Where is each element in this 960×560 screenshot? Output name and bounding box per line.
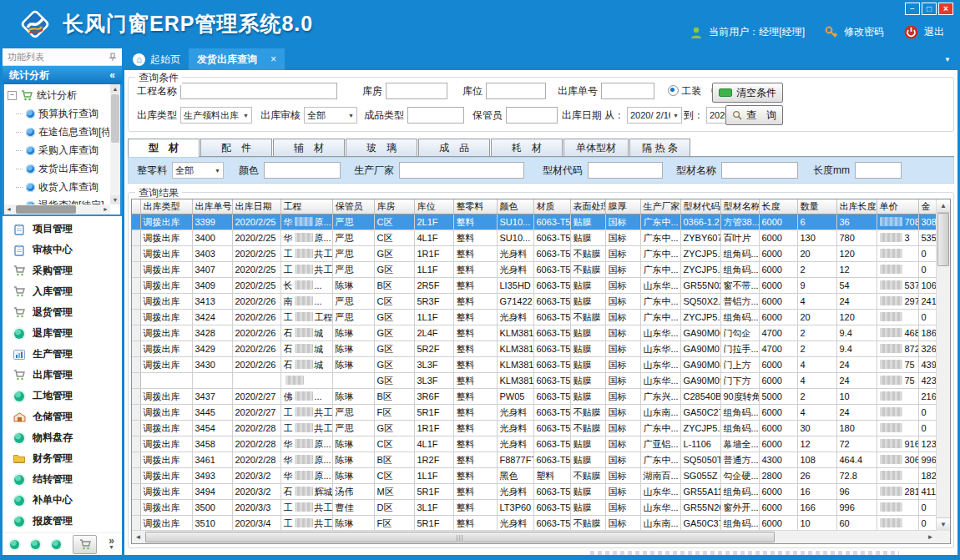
- search-button[interactable]: 查 询: [725, 105, 783, 125]
- grid-row[interactable]: 调拨出库34302020/2/26石城陈琳G区3L3F整料KLM38176063…: [132, 357, 951, 373]
- module-item-2[interactable]: 采购管理: [3, 260, 122, 281]
- module-item-3[interactable]: 入库管理: [3, 281, 122, 302]
- grid-column-header-6[interactable]: 库位: [414, 199, 453, 214]
- module-item-11[interactable]: 财务管理: [3, 448, 122, 469]
- profile-code-input[interactable]: [588, 162, 663, 179]
- manufacturer-input[interactable]: [399, 162, 524, 179]
- material-tab-3[interactable]: 玻 璃: [346, 139, 417, 156]
- tree-vertical-scrollbar[interactable]: ▲▼: [110, 84, 120, 204]
- grid-row[interactable]: 调拨出库34092020/2/25长...陈琳B区2R5F整料LI35HD606…: [132, 278, 951, 294]
- maximize-button[interactable]: □: [922, 3, 937, 15]
- close-button[interactable]: ×: [938, 3, 953, 15]
- tab-shipment-outbound-query[interactable]: 发货出库查询 ×: [189, 48, 285, 70]
- material-tab-1[interactable]: 配 件: [200, 139, 272, 156]
- material-tab-2[interactable]: 辅 材: [273, 139, 345, 156]
- tab-overflow-icon[interactable]: ▼: [944, 56, 951, 63]
- clear-conditions-button[interactable]: 清空条件: [712, 83, 783, 103]
- grid-row[interactable]: 调拨出库34372020/2/27佛...陈琳B区3R6F整料PW056063-…: [132, 389, 951, 405]
- grid-column-header-2[interactable]: 出库日期: [232, 199, 280, 214]
- grid-row[interactable]: 调拨出库34282020/2/26石城陈琳G区2L4F整料KLM38176063…: [132, 325, 951, 341]
- grid-row[interactable]: 调拨出库34932020/3/2华原...陈琳C区1L1F整料黑色塑料不贴膜国标…: [132, 468, 951, 484]
- length-input[interactable]: [855, 162, 902, 179]
- pin-icon[interactable]: [109, 53, 117, 62]
- module-item-1[interactable]: 审核中心: [3, 240, 122, 260]
- tree-horizontal-scrollbar[interactable]: ◄►: [4, 204, 110, 214]
- grid-column-header-5[interactable]: 库房: [374, 199, 414, 214]
- grid-row[interactable]: 调拨出库34542020/2/28工共工程严思G区1R1F整料光身料6063-T…: [132, 421, 951, 436]
- grid-column-header-16[interactable]: 数量: [797, 199, 836, 214]
- module-item-14[interactable]: 报废管理: [3, 511, 122, 532]
- tree-root-statistics[interactable]: − 统计分析: [8, 86, 109, 104]
- tree-item-3[interactable]: 发货出库查询: [8, 159, 109, 178]
- tree-item-1[interactable]: 在途信息查询[待: [8, 123, 109, 141]
- radio-gongzhuang[interactable]: 工装: [668, 84, 701, 98]
- module-item-4[interactable]: 退货管理: [3, 302, 122, 323]
- module-item-7[interactable]: 出库管理: [3, 365, 122, 386]
- material-tab-7[interactable]: 隔 热 条: [629, 139, 690, 156]
- module-item-8[interactable]: 工地管理: [3, 386, 122, 406]
- grid-row[interactable]: G区3L3F整料KLM38176063-T5贴膜国标山东华...GA90M09.…: [132, 373, 951, 389]
- logout-link[interactable]: 退出: [924, 25, 944, 39]
- material-tab-6[interactable]: 单体型材: [563, 139, 629, 156]
- module-item-5[interactable]: 退库管理: [3, 323, 122, 344]
- grid-column-header-10[interactable]: 表面处理: [570, 199, 605, 214]
- location-input[interactable]: [486, 83, 546, 99]
- profile-name-input[interactable]: [721, 162, 798, 179]
- tree-item-0[interactable]: 预算执行查询: [8, 104, 109, 123]
- order-no-input[interactable]: [601, 83, 654, 99]
- tree-item-2[interactable]: 采购入库查询: [8, 141, 109, 159]
- grid-row[interactable]: 调拨出库34132020/2/26南...严思C区5R3F整料G71422606…: [132, 294, 951, 310]
- grid-column-header-13[interactable]: 型材代码: [680, 199, 720, 214]
- grid-column-header-18[interactable]: 单价: [877, 199, 918, 214]
- dot-icon[interactable]: [52, 540, 61, 549]
- grid-column-header-0[interactable]: 出库类型: [140, 199, 192, 214]
- grid-row[interactable]: 调拨出库35002020/3/3工共工程曹佳D区3L1F整料LT3P606063…: [132, 500, 951, 516]
- material-tab-5[interactable]: 耗 材: [491, 139, 563, 156]
- grid-column-header-17[interactable]: 出库长度: [836, 199, 877, 214]
- tree-item-4[interactable]: 收货入库查询: [8, 178, 109, 196]
- collapse-icon[interactable]: «: [109, 69, 115, 81]
- grid-column-header-1[interactable]: 出库单号: [192, 199, 232, 214]
- more-modules-button[interactable]: »▼: [109, 537, 114, 551]
- material-tab-0[interactable]: 型 材: [128, 139, 200, 157]
- module-item-6[interactable]: 生产管理: [3, 344, 122, 365]
- grid-column-header-4[interactable]: 保管员: [332, 199, 374, 214]
- warehouse-input[interactable]: [386, 83, 447, 99]
- grid-column-header-7[interactable]: 整零料: [453, 199, 497, 214]
- keeper-input[interactable]: [506, 107, 558, 124]
- grid-row[interactable]: 调拨出库34452020/2/27工共工程严思F区5R1F整料光身料6063-T…: [132, 405, 951, 421]
- grid-column-header-8[interactable]: 颜色: [497, 199, 533, 214]
- grid-row[interactable]: 调拨出库34582020/2/28华原...陈琳C区4L1F整料光身料6063-…: [132, 436, 951, 452]
- grid-horizontal-scrollbar[interactable]: ◄|||►: [132, 530, 937, 543]
- whole-part-select[interactable]: 全部▼: [172, 162, 224, 179]
- statistics-shortcut-button[interactable]: [73, 535, 97, 554]
- tree-expander-icon[interactable]: −: [8, 91, 17, 100]
- module-item-10[interactable]: 物料盘存: [3, 427, 122, 448]
- material-tab-4[interactable]: 成 品: [418, 139, 490, 156]
- outbound-type-select[interactable]: 生产领料出库▼: [180, 107, 252, 124]
- grid-column-header-15[interactable]: 长度: [759, 199, 797, 214]
- module-item-12[interactable]: 结转管理: [3, 469, 122, 490]
- dot-icon[interactable]: [10, 540, 19, 549]
- audit-select[interactable]: 全部▼: [304, 107, 357, 124]
- grid-row[interactable]: 调拨出库34002020/2/25华原...严思C区4L1F整料SU10...6…: [132, 230, 951, 246]
- dot-icon[interactable]: [31, 540, 40, 549]
- module-item-0[interactable]: 项目管理: [3, 219, 122, 240]
- grid-row[interactable]: 调拨出库34032020/2/25工共工程严思G区1R1F整料光身料6063-T…: [132, 246, 951, 262]
- date-from-picker[interactable]: 2020/ 2/16▼: [627, 107, 682, 124]
- grid-column-header-11[interactable]: 膜厚: [605, 199, 640, 214]
- grid-row[interactable]: 调拨出库33992020/2/25华原...严思C区2L1F整料SU10...6…: [132, 214, 951, 230]
- tree-item-5[interactable]: 退货查询[待定]: [8, 196, 109, 204]
- tab-close-icon[interactable]: ×: [270, 53, 276, 65]
- color-input[interactable]: [264, 162, 341, 179]
- grid-column-header-3[interactable]: 工程: [280, 199, 332, 214]
- grid-column-header-14[interactable]: 型材名称: [720, 199, 759, 214]
- tab-home[interactable]: ⌂ 起始页: [124, 48, 189, 70]
- minimize-button[interactable]: −: [905, 3, 920, 15]
- module-item-9[interactable]: 仓储管理: [3, 406, 122, 427]
- sidebar-section-header[interactable]: 统计分析 «: [3, 66, 122, 84]
- grid-row[interactable]: 调拨出库34942020/3/2石辉城汤伟M区5R1F整料光身料6063-T5贴…: [132, 484, 951, 500]
- module-item-13[interactable]: 补单中心: [3, 490, 122, 511]
- grid-column-header-9[interactable]: 材质: [533, 199, 570, 214]
- grid-vertical-scrollbar[interactable]: ▲▼: [936, 199, 950, 531]
